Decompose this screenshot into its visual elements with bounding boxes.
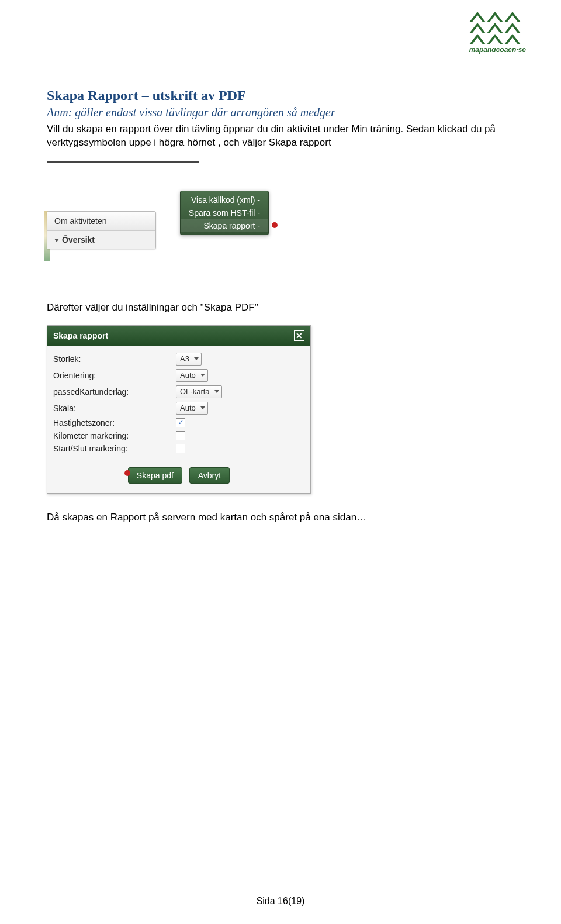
final-paragraph: Då skapas en Rapport på servern med kart…	[47, 511, 514, 525]
select-scale[interactable]: Auto	[176, 402, 208, 415]
chevron-down-icon	[200, 374, 205, 377]
tab-overview[interactable]: Översikt	[47, 231, 155, 249]
tab-overview-label: Översikt	[62, 235, 95, 244]
screenshot-create-report-dialog: Skapa rapport ✕ Storlek: A3 Orientering:…	[47, 325, 311, 494]
tools-dropdown: Visa källkod (xml) - Spara som HST-fil -…	[180, 191, 269, 235]
select-mapbg[interactable]: OL-karta	[176, 385, 222, 398]
note-text: gäller endast vissa tävlingar där arrang…	[72, 106, 335, 119]
label-size: Storlek:	[53, 354, 176, 364]
checkbox-km-marking[interactable]	[176, 431, 185, 440]
label-mapbg: passedKartunderlag:	[53, 387, 176, 397]
select-orientation[interactable]: Auto	[176, 369, 208, 382]
chevron-down-icon	[214, 390, 219, 393]
logo: mapandcoach·se	[469, 12, 526, 54]
checkbox-speedzones[interactable]: ✓	[176, 418, 185, 427]
menu-item-create-report[interactable]: Skapa rapport -	[181, 219, 268, 232]
intro-paragraph: Vill du skapa en rapport över din tävlin…	[47, 123, 514, 150]
dialog-header: Skapa rapport ✕	[47, 326, 310, 346]
label-orientation: Orientering:	[53, 371, 176, 380]
menu-item-xml[interactable]: Visa källkod (xml) -	[181, 194, 268, 206]
label-scale: Skala:	[53, 404, 176, 413]
close-icon[interactable]: ✕	[294, 330, 304, 341]
note-line: Anm: gäller endast vissa tävlingar där a…	[47, 106, 514, 119]
highlight-dot-icon	[272, 222, 278, 228]
dialog-title: Skapa rapport	[53, 331, 108, 340]
menu-item-label: Skapa rapport -	[204, 221, 261, 230]
chevron-down-icon	[54, 239, 59, 242]
mid-paragraph: Därefter väljer du inställningar och "Sk…	[47, 301, 514, 315]
label-startend-marking: Start/Slut markering:	[53, 444, 176, 453]
label-speedzones: Hastighetszoner:	[53, 418, 176, 427]
select-size[interactable]: A3	[176, 353, 202, 366]
chevron-down-icon	[200, 406, 205, 409]
page-title: Skapa Rapport – utskrift av PDF	[47, 88, 514, 104]
page-number: Sida 16(19)	[0, 896, 561, 906]
chevron-down-icon	[194, 357, 199, 360]
checkbox-startend-marking[interactable]	[176, 444, 185, 453]
label-km-marking: Kilometer markering:	[53, 431, 176, 440]
screenshot-tools-menu: Visa källkod (xml) - Spara som HST-fil -…	[47, 161, 269, 202]
logo-icon	[469, 12, 526, 44]
create-pdf-button[interactable]: Skapa pdf	[128, 467, 182, 484]
menu-item-hst[interactable]: Spara som HST-fil -	[181, 206, 268, 219]
note-prefix: Anm:	[47, 106, 72, 119]
cancel-button[interactable]: Avbryt	[189, 467, 230, 484]
tab-about-activity[interactable]: Om aktiviteten	[47, 212, 155, 231]
activity-panel: Om aktiviteten Översikt	[47, 211, 156, 249]
highlight-dot-icon	[124, 470, 130, 476]
